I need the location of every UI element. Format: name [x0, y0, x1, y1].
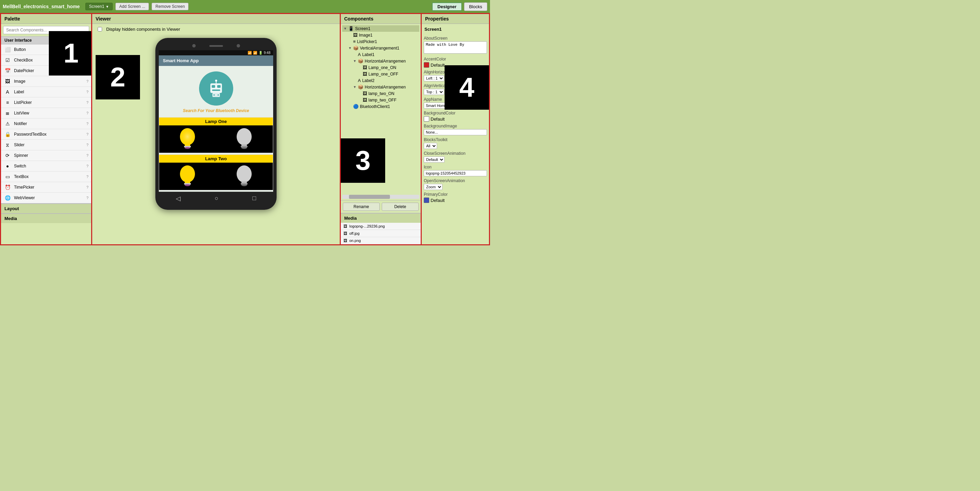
comp-help-spinner[interactable]: ?: [86, 153, 88, 158]
prop-select-3[interactable]: Top : 1: [424, 89, 444, 95]
comp-help-textbox[interactable]: ?: [86, 175, 88, 179]
rename-button[interactable]: Rename: [343, 202, 380, 211]
hidden-components-checkbox[interactable]: [98, 27, 102, 32]
prop-textarea-0[interactable]: Made with Love By: [424, 41, 487, 54]
phone-content: Search For Your Bluetooth Device Lamp On…: [159, 66, 273, 190]
palette-item-textbox[interactable]: ▭ TextBox ?: [1, 172, 91, 182]
palette-item-image[interactable]: 🖼 Image ?: [1, 76, 91, 87]
tree-item-lamp_two_on[interactable]: 🖼 lamp_two_ON: [342, 90, 419, 97]
palette-item-listview[interactable]: ≣ ListView ?: [1, 108, 91, 119]
phone-bottom-nav: ◁ ○ □: [159, 192, 273, 205]
tree-item-image1[interactable]: 🖼 Image1: [342, 32, 419, 38]
prop-select-10[interactable]: Zoom: [424, 184, 442, 190]
screen1-button[interactable]: Screen1 ▼: [85, 3, 113, 10]
tree-label-2: ListPicker1: [357, 39, 377, 44]
svg-rect-1: [210, 83, 222, 93]
comp-name-textbox: TextBox: [14, 174, 86, 179]
prop-color-11[interactable]: [424, 198, 429, 203]
media-items: 🖼 logopng-...29236.png 🖼 off.jpg 🖼 on.pn…: [341, 223, 421, 244]
comp-help-listview[interactable]: ?: [86, 111, 88, 115]
comp-help-passwordtextbox[interactable]: ?: [86, 132, 88, 136]
comp-name-image: Image: [14, 79, 86, 84]
lamp-on-svg: [177, 126, 199, 152]
home-button[interactable]: ○: [215, 195, 218, 202]
comp-help-slider[interactable]: ?: [86, 143, 88, 147]
palette-item-switch[interactable]: ● Switch ?: [1, 161, 91, 172]
tree-item-horizontalarrangemen[interactable]: ▼ 📦 HorizontalArrangemen: [342, 58, 419, 64]
comp-help-checkbox[interactable]: ?: [86, 58, 88, 62]
viewer-body: 📶 📶 🔋 9:48 Smart Home App: [92, 35, 340, 244]
prop-select-2[interactable]: Left : 1: [424, 75, 444, 81]
tree-item-bluetoothclient1[interactable]: 🔵 BluetoothClient1: [342, 103, 419, 110]
palette-item-listpicker[interactable]: ≡ ListPicker ?: [1, 97, 91, 108]
comp-help-switch[interactable]: ?: [86, 164, 88, 168]
tree-item-lamp_one_off[interactable]: 🖼 Lamp_one_OFF: [342, 71, 419, 77]
remove-screen-button[interactable]: Remove Screen: [152, 3, 188, 10]
prop-item-alignhorizontal: AlignHorizontal Left : 1: [424, 70, 487, 81]
tree-item-horizontalarrangemen[interactable]: ▼ 📦 HorizontalArrangemen: [342, 84, 419, 90]
prop-color-5[interactable]: [424, 116, 429, 122]
comp-scrollbar[interactable]: [342, 195, 419, 199]
prop-input-6[interactable]: [424, 129, 487, 135]
prop-select-8[interactable]: Default: [424, 156, 445, 163]
prop-item-backgroundimage: BackgroundImage: [424, 124, 487, 135]
tree-label-11: lamp_two_OFF: [368, 98, 396, 102]
media-icon-1: 🖼: [344, 231, 347, 236]
media-item-0[interactable]: 🖼 logopng-...29236.png: [341, 223, 421, 230]
palette-item-slider[interactable]: ⧖ Slider ?: [1, 140, 91, 150]
prop-color-label-5: Default: [431, 116, 445, 122]
comp-help-button[interactable]: ?: [86, 48, 88, 52]
palette-item-webviewer[interactable]: 🌐 WebViewer ?: [1, 193, 91, 203]
tree-item-screen1[interactable]: ▼ 📱 Screen1: [342, 25, 419, 32]
back-button[interactable]: ◁: [176, 195, 181, 202]
comp-help-notifier[interactable]: ?: [86, 122, 88, 126]
tree-item-listpicker1[interactable]: ≡ ListPicker1: [342, 38, 419, 45]
palette-item-datepicker[interactable]: 📅 DatePicker ?: [1, 65, 91, 76]
comp-name-slider: Slider: [14, 142, 86, 147]
tree-item-lamp_two_off[interactable]: 🖼 lamp_two_OFF: [342, 97, 419, 103]
comp-help-timepicker[interactable]: ?: [86, 185, 88, 189]
palette-item-passwordtextbox[interactable]: 🔒 PasswordTextBox ?: [1, 129, 91, 140]
comp-help-listpicker[interactable]: ?: [86, 100, 88, 105]
add-screen-button[interactable]: Add Screen ...: [115, 3, 149, 10]
tree-item-verticalarrangement1[interactable]: ▼ 📦 VerticalArrangement1: [342, 45, 419, 51]
blocks-button[interactable]: Blocks: [464, 2, 487, 11]
prop-input-4[interactable]: [424, 102, 487, 108]
delete-button[interactable]: Delete: [382, 202, 418, 211]
svg-point-25: [185, 184, 190, 186]
media-item-2[interactable]: 🖼 on.png: [341, 237, 421, 244]
prop-select-7[interactable]: All: [424, 143, 437, 149]
designer-button[interactable]: Designer: [432, 2, 462, 11]
prop-screen-name: Screen1: [424, 25, 487, 34]
search-input[interactable]: [3, 26, 89, 34]
palette-item-checkbox[interactable]: ☑ CheckBox ?: [1, 55, 91, 65]
palette-item-spinner[interactable]: ⟳ Spinner ?: [1, 150, 91, 161]
prop-color-1[interactable]: [424, 62, 429, 68]
signal-icon: 📶: [253, 51, 257, 55]
tree-item-label2[interactable]: A Label2: [342, 77, 419, 84]
phone-logo-area: Search For Your Bluetooth Device: [159, 66, 273, 116]
prop-label-11: PrimaryColor: [424, 192, 487, 197]
prop-item-aboutscreen: AboutScreen Made with Love By: [424, 36, 487, 55]
media-item-1[interactable]: 🖼 off.jpg: [341, 230, 421, 237]
palette-item-label[interactable]: A Label ?: [1, 87, 91, 97]
tree-item-label1[interactable]: A Label1: [342, 51, 419, 58]
recent-button[interactable]: □: [252, 195, 256, 202]
palette-item-notifier[interactable]: ⚠ Notifier ?: [1, 119, 91, 129]
tree-icon-6: 🖼: [363, 65, 367, 70]
phone-mockup: 📶 📶 🔋 9:48 Smart Home App: [155, 38, 277, 210]
comp-help-webviewer[interactable]: ?: [86, 196, 88, 200]
prop-item-accentcolor: AccentColor Default: [424, 57, 487, 68]
comp-name-switch: Switch: [14, 164, 86, 169]
comp-help-datepicker[interactable]: ?: [86, 69, 88, 73]
phone-status-bar: 📶 📶 🔋 9:48: [159, 50, 273, 55]
palette-item-timepicker[interactable]: ⏰ TimePicker ?: [1, 182, 91, 193]
tree-item-lamp_one_on[interactable]: 🖼 Lamp_one_ON: [342, 64, 419, 71]
comp-help-label[interactable]: ?: [86, 90, 88, 94]
comp-icon-webviewer: 🌐: [4, 194, 11, 202]
comp-help-image[interactable]: ?: [86, 79, 88, 83]
comp-icon-spinner: ⟳: [4, 152, 11, 159]
prop-input-9[interactable]: [424, 170, 487, 176]
palette-item-button[interactable]: ⬜ Button ?: [1, 45, 91, 55]
tree-expand-3: ▼: [348, 46, 353, 50]
